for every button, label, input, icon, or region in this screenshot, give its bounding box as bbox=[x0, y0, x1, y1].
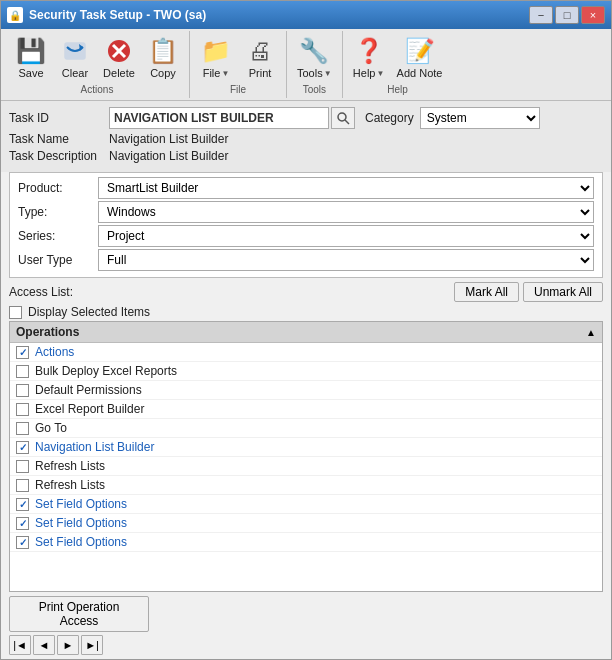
main-window: 🔒 Security Task Setup - TWO (sa) − □ × 💾… bbox=[0, 0, 612, 660]
maximize-button[interactable]: □ bbox=[555, 6, 579, 24]
item-checkbox[interactable] bbox=[16, 536, 29, 549]
mark-all-button[interactable]: Mark All bbox=[454, 282, 519, 302]
type-row: Type: Windows bbox=[18, 201, 594, 223]
item-checkbox[interactable] bbox=[16, 460, 29, 473]
mark-buttons: Mark All Unmark All bbox=[454, 282, 603, 302]
delete-label: Delete bbox=[103, 67, 135, 79]
task-name-label: Task Name bbox=[9, 132, 109, 146]
toolbar-help-section: ❓ Help ▼ 📝 Add Note Help bbox=[343, 31, 453, 98]
list-item: Excel Report Builder bbox=[10, 400, 602, 419]
display-selected-checkbox[interactable] bbox=[9, 306, 22, 319]
list-item: Refresh Lists bbox=[10, 476, 602, 495]
display-selected-label: Display Selected Items bbox=[28, 305, 150, 319]
unmark-all-button[interactable]: Unmark All bbox=[523, 282, 603, 302]
nav-last-button[interactable]: ►| bbox=[81, 635, 103, 655]
operations-scroll[interactable]: ActionsBulk Deploy Excel ReportsDefault … bbox=[10, 343, 602, 591]
display-selected-row: Display Selected Items bbox=[9, 305, 603, 319]
task-name-row: Task Name Navigation List Builder bbox=[9, 132, 603, 146]
actions-group-label: Actions bbox=[9, 82, 185, 98]
series-label: Series: bbox=[18, 229, 98, 243]
help-button[interactable]: ❓ Help ▼ bbox=[347, 31, 391, 82]
task-desc-value: Navigation List Builder bbox=[109, 149, 603, 163]
product-label: Product: bbox=[18, 181, 98, 195]
fields-section: Product: SmartList Builder Type: Windows… bbox=[9, 172, 603, 278]
window-title: Security Task Setup - TWO (sa) bbox=[29, 8, 206, 22]
item-label: Set Field Options bbox=[35, 516, 127, 530]
item-checkbox[interactable] bbox=[16, 403, 29, 416]
task-desc-label: Task Description bbox=[9, 149, 109, 163]
item-checkbox[interactable] bbox=[16, 441, 29, 454]
form-area: Task ID Category System Task Name Naviga… bbox=[1, 101, 611, 172]
item-label: Navigation List Builder bbox=[35, 440, 154, 454]
tools-label: Tools bbox=[297, 67, 323, 79]
list-item: Set Field Options bbox=[10, 514, 602, 533]
type-select[interactable]: Windows bbox=[98, 201, 594, 223]
window-icon: 🔒 bbox=[7, 7, 23, 23]
operations-header: Operations ▲ bbox=[10, 322, 602, 343]
list-item: Set Field Options bbox=[10, 495, 602, 514]
print-button[interactable]: 🖨 Print bbox=[238, 31, 282, 82]
help-arrow: ▼ bbox=[376, 69, 384, 78]
item-checkbox[interactable] bbox=[16, 498, 29, 511]
item-checkbox[interactable] bbox=[16, 346, 29, 359]
nav-next-button[interactable]: ► bbox=[57, 635, 79, 655]
clear-button[interactable]: Clear bbox=[53, 31, 97, 82]
list-item: Go To bbox=[10, 419, 602, 438]
file-arrow: ▼ bbox=[221, 69, 229, 78]
delete-button[interactable]: Delete bbox=[97, 31, 141, 82]
type-label: Type: bbox=[18, 205, 98, 219]
close-button[interactable]: × bbox=[581, 6, 605, 24]
series-row: Series: Project bbox=[18, 225, 594, 247]
title-bar: 🔒 Security Task Setup - TWO (sa) − □ × bbox=[1, 1, 611, 29]
access-list-section: Access List: Mark All Unmark All Display… bbox=[9, 282, 603, 592]
collapse-icon[interactable]: ▲ bbox=[586, 327, 596, 338]
list-item: Refresh Lists bbox=[10, 457, 602, 476]
tools-button[interactable]: 🔧 Tools ▼ bbox=[291, 31, 338, 82]
nav-prev-button[interactable]: ◄ bbox=[33, 635, 55, 655]
addnote-button[interactable]: 📝 Add Note bbox=[391, 31, 449, 82]
item-checkbox[interactable] bbox=[16, 365, 29, 378]
task-search-button[interactable] bbox=[331, 107, 355, 129]
list-item: Actions bbox=[10, 343, 602, 362]
bottom-area: Print Operation Access |◄ ◄ ► ►| bbox=[1, 592, 611, 659]
delete-icon bbox=[103, 35, 135, 67]
list-item: Bulk Deploy Excel Reports bbox=[10, 362, 602, 381]
print-operation-access-button[interactable]: Print Operation Access bbox=[9, 596, 149, 632]
copy-button[interactable]: 📋 Copy bbox=[141, 31, 185, 82]
usertype-label: User Type bbox=[18, 253, 98, 267]
list-item: Set Field Options bbox=[10, 533, 602, 552]
item-label: Refresh Lists bbox=[35, 478, 105, 492]
item-label: Go To bbox=[35, 421, 67, 435]
item-checkbox[interactable] bbox=[16, 422, 29, 435]
tools-group-label: Tools bbox=[291, 82, 338, 98]
print-label: Print bbox=[249, 67, 272, 79]
product-select[interactable]: SmartList Builder bbox=[98, 177, 594, 199]
svg-line-5 bbox=[345, 120, 349, 124]
save-icon: 💾 bbox=[15, 35, 47, 67]
toolbar: 💾 Save Clear bbox=[1, 29, 611, 101]
file-button[interactable]: 📁 File ▼ bbox=[194, 31, 238, 82]
navigation-bar: |◄ ◄ ► ►| bbox=[9, 635, 603, 655]
item-checkbox[interactable] bbox=[16, 517, 29, 530]
item-checkbox[interactable] bbox=[16, 384, 29, 397]
minimize-button[interactable]: − bbox=[529, 6, 553, 24]
item-label: Refresh Lists bbox=[35, 459, 105, 473]
series-select[interactable]: Project bbox=[98, 225, 594, 247]
addnote-label: Add Note bbox=[397, 67, 443, 79]
item-label: Bulk Deploy Excel Reports bbox=[35, 364, 177, 378]
usertype-select[interactable]: Full bbox=[98, 249, 594, 271]
nav-first-button[interactable]: |◄ bbox=[9, 635, 31, 655]
tools-arrow: ▼ bbox=[324, 69, 332, 78]
clear-label: Clear bbox=[62, 67, 88, 79]
operations-header-text: Operations bbox=[16, 325, 79, 339]
task-id-input[interactable] bbox=[109, 107, 329, 129]
item-label: Default Permissions bbox=[35, 383, 142, 397]
save-button[interactable]: 💾 Save bbox=[9, 31, 53, 82]
category-select[interactable]: System bbox=[420, 107, 540, 129]
item-checkbox[interactable] bbox=[16, 479, 29, 492]
file-label: File bbox=[203, 67, 221, 79]
task-desc-row: Task Description Navigation List Builder bbox=[9, 149, 603, 163]
help-group-label: Help bbox=[347, 82, 449, 98]
svg-point-4 bbox=[338, 113, 346, 121]
print-icon: 🖨 bbox=[244, 35, 276, 67]
